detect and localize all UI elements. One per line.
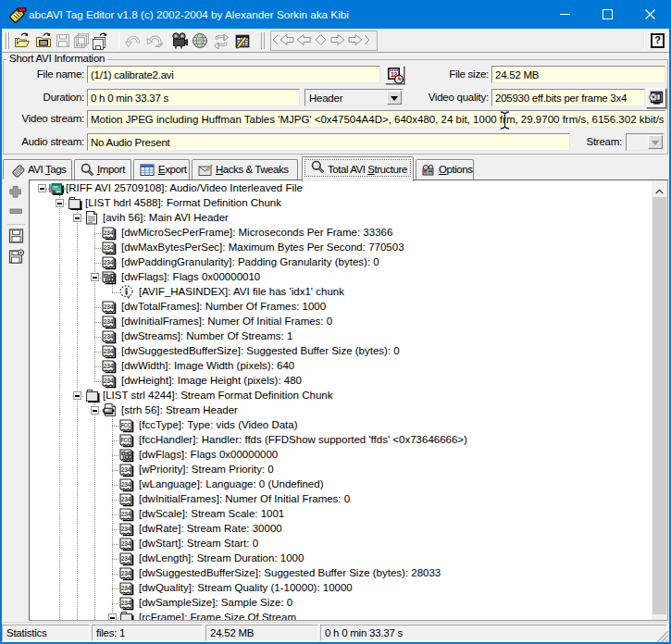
svg-text:234: 234: [104, 377, 114, 385]
svg-text:234: 234: [104, 303, 114, 311]
svg-text:234: 234: [121, 584, 131, 592]
svg-text:234: 234: [121, 599, 131, 607]
svg-text:234: 234: [121, 539, 131, 548]
svg-text:FCC: FCC: [121, 421, 131, 429]
svg-text:234: 234: [121, 525, 131, 533]
svg-text:234: 234: [121, 510, 131, 518]
svg-text:234: 234: [104, 332, 114, 341]
svg-text:234: 234: [104, 317, 114, 326]
svg-text:FCC: FCC: [121, 436, 131, 444]
svg-text:234: 234: [104, 362, 114, 370]
svg-text:234: 234: [121, 554, 131, 563]
svg-text:234: 234: [104, 243, 114, 252]
svg-text:234: 234: [104, 229, 114, 237]
svg-text:234: 234: [121, 495, 131, 503]
svg-text:234: 234: [121, 569, 131, 577]
svg-text:234: 234: [104, 258, 114, 266]
svg-text:234: 234: [121, 480, 131, 489]
svg-text:234: 234: [104, 347, 114, 355]
svg-text:234: 234: [121, 465, 131, 474]
